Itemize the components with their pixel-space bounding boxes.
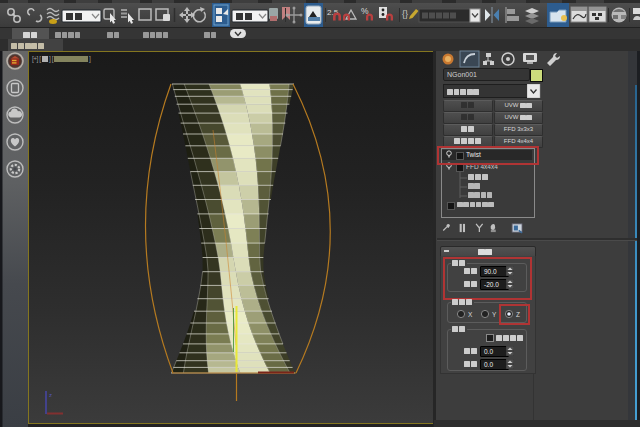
svg-text:2.5: 2.5: [327, 8, 339, 17]
svg-text:{}: {}: [402, 9, 408, 19]
svg-text:z: z: [49, 392, 52, 398]
